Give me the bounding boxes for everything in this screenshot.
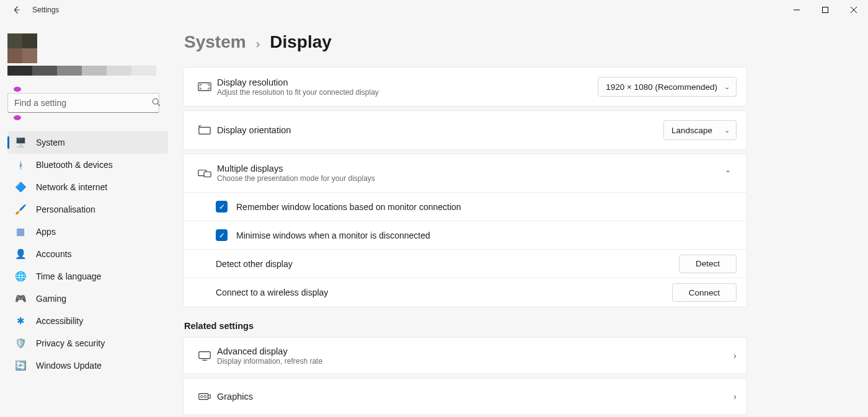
svg-rect-3 <box>199 127 210 134</box>
orientation-icon <box>193 125 216 136</box>
sidebar-item-label: Windows Update <box>36 361 102 371</box>
resolution-icon <box>193 81 216 93</box>
detect-display-row: Detect other display Detect <box>184 250 746 278</box>
sidebar-item-bluetooth[interactable]: ᚼBluetooth & devices <box>7 154 168 176</box>
checkbox-label: Remember window locations based on monit… <box>236 202 461 212</box>
multiple-displays-header[interactable]: Multiple displays Choose the presentatio… <box>184 154 746 193</box>
chevron-right-icon: › <box>733 392 737 402</box>
svg-point-8 <box>201 395 203 398</box>
resolution-dropdown[interactable]: 1920 × 1080 (Recommended) ⌄ <box>598 77 737 97</box>
connect-button[interactable]: Connect <box>672 283 737 302</box>
setting-subtitle: Choose the presentation mode for your di… <box>217 174 719 183</box>
setting-orientation: Display orientation Landscape ⌄ <box>183 110 747 150</box>
breadcrumb-parent[interactable]: System <box>184 32 246 52</box>
breadcrumb: System › Display <box>184 32 835 52</box>
sidebar-item-label: Accounts <box>36 249 72 259</box>
system-icon: 🖥️ <box>15 137 26 148</box>
detect-button[interactable]: Detect <box>679 255 737 273</box>
sidebar-item-accessibility[interactable]: ✱Accessibility <box>7 310 168 332</box>
main-content: System › Display Display resolution Adju… <box>177 20 868 417</box>
svg-rect-7 <box>199 393 208 399</box>
close-button[interactable] <box>839 0 868 20</box>
graphics-icon <box>193 391 216 402</box>
svg-rect-2 <box>198 83 211 91</box>
sidebar-item-label: Apps <box>36 227 56 237</box>
svg-rect-0 <box>823 7 828 13</box>
time-language-icon: 🌐 <box>15 271 26 282</box>
personalisation-icon: 🖌️ <box>15 204 26 215</box>
chevron-right-icon: › <box>733 351 737 361</box>
checkbox-remember-locations-row: ✓ Remember window locations based on mon… <box>184 193 746 221</box>
sidebar-item-personalisation[interactable]: 🖌️Personalisation <box>7 198 168 221</box>
setting-title: Multiple displays <box>217 164 719 173</box>
search-input[interactable] <box>7 93 159 113</box>
gaming-icon: 🎮 <box>15 293 26 304</box>
sidebar-item-accounts[interactable]: 👤Accounts <box>7 243 168 265</box>
search-icon[interactable] <box>152 98 161 108</box>
setting-title: Display orientation <box>217 125 663 135</box>
svg-point-9 <box>204 395 206 398</box>
bluetooth-icon: ᚼ <box>15 160 26 170</box>
chevron-up-icon: ⌃ <box>725 169 731 178</box>
accounts-icon: 👤 <box>15 248 26 260</box>
page-title: Display <box>270 32 332 52</box>
dropdown-value: Landscape <box>671 126 712 135</box>
apps-icon: ▦ <box>15 226 26 237</box>
network-icon: 🔷 <box>15 182 26 193</box>
checkbox-remember-locations[interactable]: ✓ <box>216 201 228 213</box>
setting-subtitle: Adjust the resolution to fit your connec… <box>217 88 598 97</box>
multi-display-icon <box>193 168 216 179</box>
connect-wireless-row: Connect to a wireless display Connect <box>184 278 746 307</box>
collapse-button[interactable]: ⌃ <box>719 169 737 178</box>
sidebar-item-label: System <box>36 138 65 147</box>
sidebar-item-privacy[interactable]: 🛡️Privacy & security <box>7 332 168 354</box>
advanced-display-link[interactable]: Advanced display Display information, re… <box>183 337 747 374</box>
sidebar-nav: 🖥️SystemᚼBluetooth & devices🔷Network & i… <box>7 131 168 377</box>
sidebar-item-network[interactable]: 🔷Network & internet <box>7 176 168 198</box>
sidebar-item-time-language[interactable]: 🌐Time & language <box>7 265 168 288</box>
titlebar: Settings <box>0 0 868 20</box>
window-title: Settings <box>32 6 59 14</box>
sidebar-item-apps[interactable]: ▦Apps <box>7 221 168 243</box>
sidebar-item-system[interactable]: 🖥️System <box>7 131 168 154</box>
sidebar: 🖥️SystemᚼBluetooth & devices🔷Network & i… <box>0 20 177 417</box>
link-subtitle: Display information, refresh rate <box>217 357 733 366</box>
update-icon: 🔄 <box>15 360 26 371</box>
setting-resolution: Display resolution Adjust the resolution… <box>183 67 747 107</box>
avatar <box>7 33 37 63</box>
accent-dot-icon <box>14 87 21 92</box>
orientation-dropdown[interactable]: Landscape ⌄ <box>663 120 737 140</box>
dropdown-value: 1920 × 1080 (Recommended) <box>606 82 717 92</box>
sidebar-item-gaming[interactable]: 🎮Gaming <box>7 288 168 310</box>
arrow-left-icon <box>12 6 20 14</box>
accessibility-icon: ✱ <box>15 315 26 327</box>
profile-block[interactable] <box>7 33 168 76</box>
setting-title: Display resolution <box>217 77 598 87</box>
chevron-down-icon: ⌄ <box>724 83 730 91</box>
svg-rect-5 <box>204 172 211 177</box>
profile-name-redacted <box>7 66 156 76</box>
sidebar-item-label: Time & language <box>36 271 101 281</box>
link-title: Graphics <box>217 392 733 402</box>
svg-rect-6 <box>199 352 210 359</box>
privacy-icon: 🛡️ <box>15 338 26 349</box>
maximize-button[interactable] <box>811 0 839 20</box>
accent-dot-icon <box>14 115 21 120</box>
sidebar-item-label: Personalisation <box>36 204 95 214</box>
checkbox-minimise-row: ✓ Minimise windows when a monitor is dis… <box>184 221 746 250</box>
checkbox-label: Minimise windows when a monitor is disco… <box>236 230 430 240</box>
action-label: Detect other display <box>216 259 293 269</box>
minimize-button[interactable] <box>782 0 811 20</box>
sidebar-item-label: Privacy & security <box>36 338 105 348</box>
graphics-link[interactable]: Graphics › <box>183 378 747 415</box>
sidebar-item-update[interactable]: 🔄Windows Update <box>7 354 168 377</box>
action-label: Connect to a wireless display <box>216 288 328 297</box>
monitor-icon <box>193 350 216 361</box>
link-title: Advanced display <box>217 346 733 356</box>
svg-point-1 <box>153 99 158 104</box>
back-button[interactable] <box>9 2 24 17</box>
sidebar-item-label: Gaming <box>36 294 66 304</box>
chevron-right-icon: › <box>256 37 260 51</box>
sidebar-item-label: Accessibility <box>36 316 83 326</box>
checkbox-minimise-disconnect[interactable]: ✓ <box>216 229 228 241</box>
